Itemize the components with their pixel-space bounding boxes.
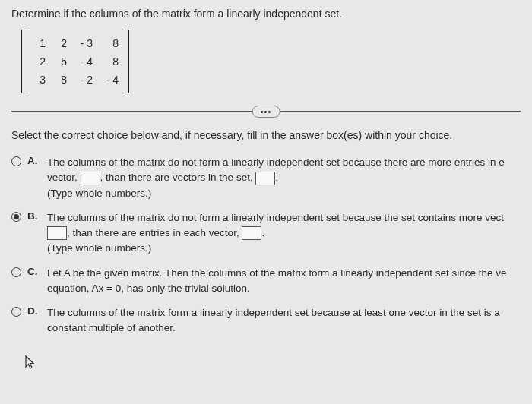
matrix-cell: 1 — [32, 37, 46, 49]
matrix-cell: 2 — [53, 37, 67, 49]
radio-a[interactable] — [11, 156, 21, 166]
choice-text: , than there are entries in each vector, — [67, 227, 242, 238]
matrix-row: 1 2 - 3 8 — [32, 34, 119, 52]
matrix-cell: 3 — [32, 74, 46, 86]
radio-c[interactable] — [11, 267, 21, 277]
cursor-icon — [24, 355, 36, 370]
choice-text: The columns of the matrix do not form a … — [47, 156, 505, 168]
divider: ••• — [11, 111, 521, 112]
matrix-cell: 5 — [53, 55, 67, 68]
choice-body: The columns of the matrix do not form a … — [47, 155, 521, 201]
choices-list: A. The columns of the matrix do not form… — [0, 150, 532, 341]
matrix-cell: - 3 — [74, 37, 93, 49]
matrix-cell: 2 — [32, 55, 46, 68]
matrix-cell: 8 — [100, 55, 119, 68]
instruction-text: Select the correct choice below and, if … — [0, 118, 532, 150]
answer-input-b1[interactable] — [47, 226, 67, 240]
choice-body: The columns of the matrix do not form a … — [47, 210, 521, 257]
matrix-cell: - 4 — [100, 74, 119, 86]
matrix-row: 2 5 - 4 8 — [32, 52, 119, 71]
matrix-cell: 8 — [100, 37, 119, 49]
answer-input-a2[interactable] — [255, 172, 275, 185]
choice-a: A. The columns of the matrix do not form… — [11, 150, 521, 206]
expand-button[interactable]: ••• — [252, 106, 280, 118]
choice-letter: D. — [27, 305, 41, 317]
matrix-cell: 8 — [53, 74, 67, 86]
choice-c: C. Let A be the given matrix. Then the c… — [11, 261, 521, 301]
choice-text: Let A be the given matrix. Then the colu… — [47, 266, 521, 297]
matrix-cell: - 4 — [74, 55, 93, 68]
choice-hint: (Type whole numbers.) — [47, 241, 521, 256]
choice-text: The columns of the matrix form a linearl… — [47, 305, 521, 336]
radio-d[interactable] — [11, 307, 21, 317]
choice-letter: C. — [27, 266, 41, 277]
choice-b: B. The columns of the matrix do not form… — [11, 206, 521, 261]
choice-text: , than there are vectors in the set, — [100, 172, 256, 183]
answer-input-a1[interactable] — [81, 172, 100, 185]
radio-b[interactable] — [11, 212, 21, 222]
choice-text: vector, — [47, 172, 81, 183]
choice-d: D. The columns of the matrix form a line… — [11, 301, 521, 341]
choice-text: . — [275, 172, 278, 183]
choice-text: . — [261, 227, 264, 238]
choice-letter: A. — [27, 155, 41, 166]
choice-letter: B. — [27, 210, 41, 222]
matrix-cell: - 2 — [74, 74, 93, 86]
matrix-row: 3 8 - 2 - 4 — [32, 71, 119, 89]
question-text: Determine if the columns of the matrix f… — [0, 0, 532, 26]
answer-input-b2[interactable] — [242, 226, 261, 240]
choice-text: The columns of the matrix do not form a … — [47, 212, 504, 223]
matrix: 1 2 - 3 8 2 5 - 4 8 3 8 - 2 - 4 — [0, 26, 532, 105]
choice-hint: (Type whole numbers.) — [47, 186, 521, 201]
